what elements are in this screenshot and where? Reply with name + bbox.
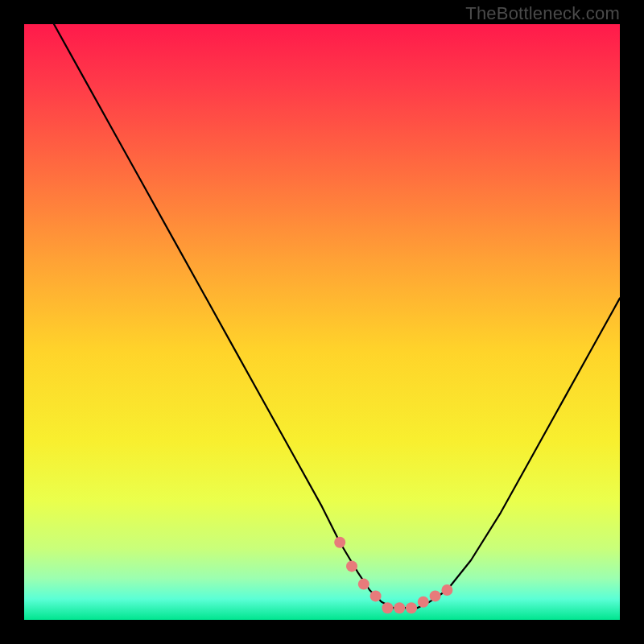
marker-dot (406, 602, 417, 613)
marker-dot (441, 584, 452, 596)
marker-dot (334, 537, 345, 548)
plot-area (24, 24, 620, 620)
marker-dot (358, 579, 369, 590)
curve-layer (24, 24, 620, 620)
marker-dot (430, 590, 441, 601)
marker-dot (346, 560, 357, 572)
highlight-markers (334, 537, 452, 613)
marker-dot (370, 590, 382, 601)
watermark-text: TheBottleneck.com (465, 3, 620, 24)
marker-dot (418, 597, 429, 608)
bottleneck-curve (54, 24, 620, 608)
marker-dot (394, 602, 405, 613)
marker-dot (382, 602, 393, 613)
chart-stage: TheBottleneck.com (0, 0, 644, 644)
